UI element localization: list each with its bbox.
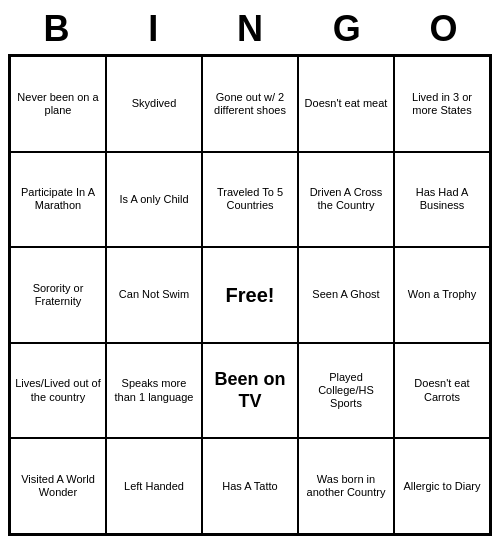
letter-n: N bbox=[206, 8, 294, 50]
bingo-cell-8: Driven A Cross the Country bbox=[298, 152, 394, 248]
bingo-cell-10: Sorority or Fraternity bbox=[10, 247, 106, 343]
bingo-grid: Never been on a planeSkydivedGone out w/… bbox=[8, 54, 492, 536]
bingo-cell-19: Doesn't eat Carrots bbox=[394, 343, 490, 439]
bingo-cell-22: Has A Tatto bbox=[202, 438, 298, 534]
bingo-cell-0: Never been on a plane bbox=[10, 56, 106, 152]
bingo-cell-12: Free! bbox=[202, 247, 298, 343]
letter-o: O bbox=[400, 8, 488, 50]
bingo-cell-4: Lived in 3 or more States bbox=[394, 56, 490, 152]
bingo-cell-5: Participate In A Marathon bbox=[10, 152, 106, 248]
bingo-cell-23: Was born in another Country bbox=[298, 438, 394, 534]
bingo-cell-16: Speaks more than 1 language bbox=[106, 343, 202, 439]
bingo-cell-9: Has Had A Business bbox=[394, 152, 490, 248]
bingo-cell-1: Skydived bbox=[106, 56, 202, 152]
bingo-cell-13: Seen A Ghost bbox=[298, 247, 394, 343]
bingo-cell-2: Gone out w/ 2 different shoes bbox=[202, 56, 298, 152]
bingo-cell-20: Visited A World Wonder bbox=[10, 438, 106, 534]
bingo-cell-17: Been on TV bbox=[202, 343, 298, 439]
letter-i: I bbox=[109, 8, 197, 50]
bingo-cell-18: Played College/HS Sports bbox=[298, 343, 394, 439]
bingo-cell-7: Traveled To 5 Countries bbox=[202, 152, 298, 248]
bingo-cell-6: Is A only Child bbox=[106, 152, 202, 248]
bingo-cell-11: Can Not Swim bbox=[106, 247, 202, 343]
bingo-title: B I N G O bbox=[8, 8, 492, 50]
bingo-cell-3: Doesn't eat meat bbox=[298, 56, 394, 152]
bingo-cell-15: Lives/Lived out of the country bbox=[10, 343, 106, 439]
bingo-cell-21: Left Handed bbox=[106, 438, 202, 534]
letter-g: G bbox=[303, 8, 391, 50]
bingo-cell-24: Allergic to Diary bbox=[394, 438, 490, 534]
letter-b: B bbox=[12, 8, 100, 50]
bingo-cell-14: Won a Trophy bbox=[394, 247, 490, 343]
